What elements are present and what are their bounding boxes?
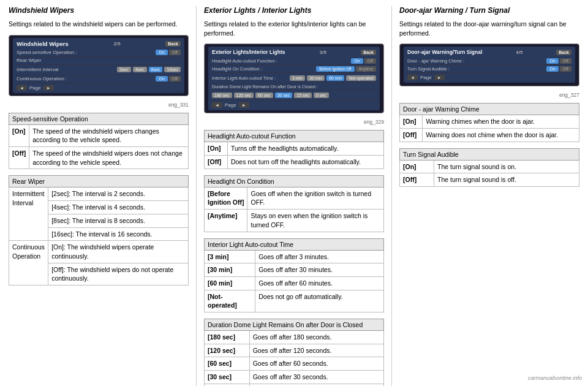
table-row: [Off] The turn signal sound is off. [400, 173, 579, 187]
windshield-page-nav: ◄ Page ► [17, 85, 54, 91]
ext-page-next-btn[interactable]: ► [239, 102, 249, 108]
rear-wiper-header: Rear Wiper [9, 176, 189, 187]
screen-row-dome-btns: 180 sec 120 sec 60 sec 30 sec 15 sec 0 s… [212, 90, 376, 100]
table-row: [120 sec]Goes off after 120 seconds. [205, 344, 384, 357]
watermark: carmanualsontine.info [528, 375, 582, 381]
windshield-desc: Settings related to the windshield wiper… [9, 20, 189, 29]
door-page-nav: ◄ Page ► [407, 75, 445, 80]
continuous-btn-group: On Off [156, 76, 181, 81]
hac-on-btn[interactable]: On [351, 58, 363, 64]
screen-row-headlight-auto: Headlight Auto-cutout Function : On Off [212, 57, 376, 65]
speed-on-btn[interactable]: On [156, 50, 167, 55]
table-row: [30 min]Goes off after 30 minutes. [205, 263, 384, 277]
interior-light-header: Interior Light Auto-cutout Time [205, 238, 384, 250]
exterior-screen-page: 3/5 [320, 50, 326, 55]
t-60min[interactable]: 60 min [326, 75, 344, 81]
screen-row-interval: Intermittent Interval 2sec 4sec 8sec 10s… [17, 65, 181, 75]
table-row: [180 sec]Goes off after 180 seconds. [205, 330, 384, 344]
door-page-prev-btn[interactable]: ◄ [407, 75, 418, 80]
screen-row-interior-time: Interior Light Auto-cutout Time : 3 min … [212, 73, 376, 83]
d-30[interactable]: 30 sec [275, 93, 293, 98]
exterior-back-btn[interactable]: Back [361, 50, 376, 55]
interval-4sec[interactable]: 4sec [133, 67, 147, 72]
interval-btns: 2sec 4sec 8sec 10sec [117, 67, 181, 72]
interval-2sec[interactable]: 2sec [117, 67, 131, 72]
door-screen: Door-ajar Warning/Turn Signal 4/5 Back D… [399, 44, 579, 86]
windshield-screen: Windshield Wipers 2/5 Back Speed-sensiti… [9, 35, 189, 96]
d-120[interactable]: 120 sec [234, 93, 254, 98]
door-desc: Settings related to the door-ajar warnin… [399, 20, 579, 37]
d-0[interactable]: 0 sec [314, 93, 329, 98]
exterior-eng-label: eng_329 [204, 119, 384, 125]
turn-signal-header: Turn Signal Audible [400, 148, 579, 160]
headlight-auto-header: Headlight Auto-cutout Function [205, 131, 384, 142]
before-ignition-btn[interactable]: Before Ignition Off [316, 66, 354, 72]
speed-table: Speed-sensitive Operation [On] The speed… [9, 113, 189, 170]
t-30min[interactable]: 30 min [307, 75, 325, 81]
door-screen-footer: ◄ Page ► [407, 75, 571, 80]
turn-signal-off-btn[interactable]: Off [560, 66, 571, 72]
divider-2 [391, 6, 392, 386]
table-row: IntermittentInterval [2sec]: The interva… [9, 187, 189, 201]
windshield-back-btn[interactable]: Back [165, 41, 181, 47]
table-row: [30 sec]Goes off after 30 seconds. [205, 371, 384, 384]
exterior-screen: Exterior Lights/Interior Lights 3/5 Back… [204, 44, 384, 113]
page-next-btn[interactable]: ► [43, 85, 54, 91]
page-prev-btn[interactable]: ◄ [17, 85, 27, 91]
interval-10sec[interactable]: 10sec [164, 67, 181, 72]
door-chime-header: Door - ajar Warning Chime [400, 104, 579, 115]
table-row: [Off] Does not turn off the headlights a… [205, 156, 384, 169]
t-notop[interactable]: Not-operated [346, 75, 376, 81]
table-row: [BeforeIgnition Off] Goes off when the i… [205, 187, 384, 209]
speed-off-btn[interactable]: Off [169, 50, 181, 55]
dome-light-table: Duration Dome Light Remains On after Doo… [204, 319, 384, 386]
door-chime-off-btn[interactable]: Off [560, 58, 571, 64]
speed-btn-group: On Off [156, 50, 181, 55]
table-row: [3 min]Goes off after 3 minutes. [205, 250, 384, 263]
anytime-btn[interactable]: Anytime [356, 66, 376, 72]
screen-row-continuous: Continuous Operation : On Off [17, 75, 181, 83]
windshield-title: Windshield Wipers [9, 6, 189, 15]
screen-row-door-chime: Door - ajar Warning Chime : On Off [407, 57, 571, 65]
table-row: [Off] Warning does not chime when the do… [400, 129, 579, 142]
windshield-eng-label: eng_331 [9, 102, 189, 108]
windshield-screen-footer: ◄ Page ► [17, 85, 181, 91]
exterior-desc: Settings related to the exterior lights/… [204, 20, 384, 37]
door-screen-page: 4/5 [516, 50, 522, 55]
d-60[interactable]: 60 sec [255, 93, 273, 98]
exterior-page-nav: ◄ Page ► [212, 102, 249, 108]
screen-row-turn-signal: Turn Signal Audible : On Off [407, 65, 571, 73]
table-row: [On] The speed of the windshield wipers … [9, 124, 189, 146]
divider-1 [196, 6, 197, 386]
table-row: ContinuousOperation [On]: The windshield… [9, 241, 189, 263]
screen-row-dome: Duration Dome Light Remains On after Doo… [212, 83, 376, 90]
interior-light-table: Interior Light Auto-cutout Time [3 min]G… [204, 238, 384, 312]
d-180[interactable]: 180 sec [212, 93, 232, 98]
dome-light-header: Duration Dome Light Remains On after Doo… [205, 319, 384, 330]
screen-row-headlight-cond: Headlight On Condition : Before Ignition… [212, 65, 376, 73]
headlight-cond-table: Headlight On Condition [BeforeIgnition O… [204, 175, 384, 232]
turn-signal-table: Turn Signal Audible [On] The turn signal… [399, 148, 579, 187]
continuous-on-btn[interactable]: On [156, 76, 167, 81]
column-windshield: Windshield Wipers Settings related to th… [9, 6, 189, 386]
windshield-screen-page: 2/5 [113, 41, 120, 47]
door-title: Door-ajar Warning / Turn Signal [399, 6, 579, 15]
ext-page-prev-btn[interactable]: ◄ [212, 102, 222, 108]
interval-8sec[interactable]: 8sec [149, 67, 163, 72]
table-row: [On] Warning chimes when the door is aja… [400, 115, 579, 129]
t-3min[interactable]: 3 min [290, 75, 305, 81]
column-exterior: Exterior Lights / Interior Lights Settin… [204, 6, 384, 386]
column-door: Door-ajar Warning / Turn Signal Settings… [399, 6, 579, 386]
speed-table-header: Speed-sensitive Operation [9, 113, 189, 124]
door-back-btn[interactable]: Back [556, 50, 571, 55]
page-layout: Windshield Wipers Settings related to th… [9, 6, 579, 386]
turn-signal-on-btn[interactable]: On [546, 66, 558, 72]
door-screen-title: Door-ajar Warning/Turn Signal [407, 49, 482, 55]
door-chime-on-btn[interactable]: On [546, 58, 558, 64]
d-15[interactable]: 15 sec [294, 93, 312, 98]
table-row: [60 sec]Goes off after 60 seconds. [205, 357, 384, 371]
continuous-off-btn[interactable]: Off [169, 76, 181, 81]
table-row: [60 min]Goes off after 60 minutes. [205, 276, 384, 290]
door-page-next-btn[interactable]: ► [434, 75, 445, 80]
hac-off-btn[interactable]: Off [364, 58, 376, 64]
